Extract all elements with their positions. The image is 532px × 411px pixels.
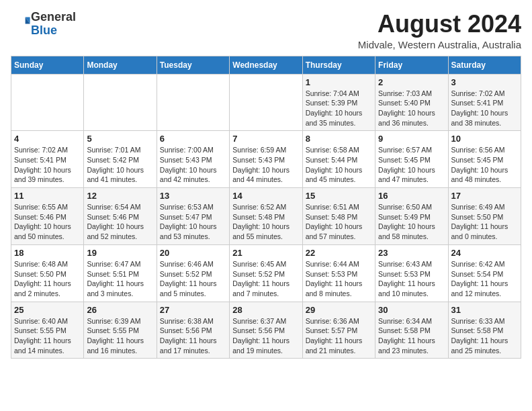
day-number: 9 — [378, 134, 445, 144]
day-number: 8 — [306, 134, 372, 144]
calendar-cell — [11, 74, 84, 131]
day-info: Sunrise: 6:33 AM Sunset: 5:58 PM Dayligh… — [451, 316, 518, 356]
day-info: Sunrise: 6:36 AM Sunset: 5:57 PM Dayligh… — [306, 316, 372, 356]
page-header: General Blue August 2024 Midvale, Wester… — [11, 11, 521, 50]
calendar-cell — [84, 74, 157, 131]
day-info: Sunrise: 6:42 AM Sunset: 5:54 PM Dayligh… — [451, 259, 518, 299]
day-info: Sunrise: 6:58 AM Sunset: 5:44 PM Dayligh… — [306, 145, 372, 185]
day-number: 1 — [306, 77, 372, 87]
day-info: Sunrise: 6:38 AM Sunset: 5:56 PM Dayligh… — [160, 316, 226, 356]
day-info: Sunrise: 6:51 AM Sunset: 5:48 PM Dayligh… — [306, 202, 372, 242]
calendar-cell: 20Sunrise: 6:46 AM Sunset: 5:52 PM Dayli… — [157, 244, 229, 302]
calendar-week-row: 25Sunrise: 6:40 AM Sunset: 5:55 PM Dayli… — [11, 302, 521, 359]
day-number: 5 — [87, 134, 153, 144]
calendar-cell: 2Sunrise: 7:03 AM Sunset: 5:40 PM Daylig… — [375, 74, 448, 131]
calendar-cell: 7Sunrise: 6:59 AM Sunset: 5:43 PM Daylig… — [230, 131, 302, 188]
calendar-week-row: 18Sunrise: 6:48 AM Sunset: 5:50 PM Dayli… — [11, 244, 521, 302]
day-info: Sunrise: 6:57 AM Sunset: 5:45 PM Dayligh… — [378, 145, 445, 185]
calendar-cell: 1Sunrise: 7:04 AM Sunset: 5:39 PM Daylig… — [302, 74, 375, 131]
day-number: 27 — [160, 305, 226, 315]
calendar-header-row: SundayMondayTuesdayWednesdayThursdayFrid… — [11, 56, 521, 74]
calendar-weekday-friday: Friday — [375, 56, 448, 74]
calendar-cell: 5Sunrise: 7:01 AM Sunset: 5:42 PM Daylig… — [84, 131, 157, 188]
calendar-cell: 4Sunrise: 7:02 AM Sunset: 5:41 PM Daylig… — [11, 131, 84, 188]
calendar-cell: 12Sunrise: 6:54 AM Sunset: 5:46 PM Dayli… — [84, 188, 157, 245]
calendar-week-row: 4Sunrise: 7:02 AM Sunset: 5:41 PM Daylig… — [11, 131, 521, 188]
calendar-cell: 17Sunrise: 6:49 AM Sunset: 5:50 PM Dayli… — [448, 188, 521, 245]
day-number: 25 — [14, 305, 81, 315]
day-info: Sunrise: 6:59 AM Sunset: 5:43 PM Dayligh… — [232, 145, 299, 185]
calendar-cell: 6Sunrise: 7:00 AM Sunset: 5:43 PM Daylig… — [157, 131, 229, 188]
calendar-cell: 13Sunrise: 6:53 AM Sunset: 5:47 PM Dayli… — [157, 188, 229, 245]
calendar-cell: 27Sunrise: 6:38 AM Sunset: 5:56 PM Dayli… — [157, 302, 229, 359]
calendar-cell: 3Sunrise: 7:02 AM Sunset: 5:41 PM Daylig… — [448, 74, 521, 131]
day-info: Sunrise: 6:56 AM Sunset: 5:45 PM Dayligh… — [451, 145, 518, 185]
day-number: 14 — [232, 191, 299, 201]
day-info: Sunrise: 6:39 AM Sunset: 5:55 PM Dayligh… — [87, 316, 153, 356]
day-number: 16 — [378, 191, 445, 201]
calendar-cell: 9Sunrise: 6:57 AM Sunset: 5:45 PM Daylig… — [375, 131, 448, 188]
day-info: Sunrise: 6:55 AM Sunset: 5:46 PM Dayligh… — [14, 202, 81, 242]
calendar-cell: 22Sunrise: 6:44 AM Sunset: 5:53 PM Dayli… — [302, 244, 375, 302]
calendar-cell: 28Sunrise: 6:37 AM Sunset: 5:56 PM Dayli… — [230, 302, 302, 359]
day-info: Sunrise: 7:02 AM Sunset: 5:41 PM Dayligh… — [14, 145, 81, 185]
calendar-cell: 10Sunrise: 6:56 AM Sunset: 5:45 PM Dayli… — [448, 131, 521, 188]
location-subtitle: Midvale, Western Australia, Australia — [358, 39, 521, 50]
calendar-cell: 14Sunrise: 6:52 AM Sunset: 5:48 PM Dayli… — [230, 188, 302, 245]
day-number: 21 — [232, 248, 299, 258]
calendar-cell: 29Sunrise: 6:36 AM Sunset: 5:57 PM Dayli… — [302, 302, 375, 359]
calendar-weekday-monday: Monday — [84, 56, 157, 74]
day-info: Sunrise: 6:43 AM Sunset: 5:53 PM Dayligh… — [378, 259, 445, 299]
calendar-weekday-thursday: Thursday — [302, 56, 375, 74]
day-number: 13 — [160, 191, 226, 201]
calendar-cell: 30Sunrise: 6:34 AM Sunset: 5:58 PM Dayli… — [375, 302, 448, 359]
day-info: Sunrise: 6:45 AM Sunset: 5:52 PM Dayligh… — [232, 259, 299, 299]
calendar-weekday-wednesday: Wednesday — [230, 56, 302, 74]
day-info: Sunrise: 7:03 AM Sunset: 5:40 PM Dayligh… — [378, 89, 445, 128]
calendar-cell: 23Sunrise: 6:43 AM Sunset: 5:53 PM Dayli… — [375, 244, 448, 302]
day-info: Sunrise: 6:49 AM Sunset: 5:50 PM Dayligh… — [451, 202, 518, 242]
calendar-weekday-sunday: Sunday — [11, 56, 84, 74]
day-number: 30 — [378, 305, 445, 315]
day-number: 19 — [87, 248, 153, 258]
day-number: 20 — [160, 248, 226, 258]
day-number: 26 — [87, 305, 153, 315]
day-number: 11 — [14, 191, 81, 201]
calendar-weekday-saturday: Saturday — [448, 56, 521, 74]
day-number: 31 — [451, 305, 518, 315]
logo-general-text: General — [31, 10, 76, 24]
logo: General Blue — [11, 11, 76, 38]
calendar-week-row: 1Sunrise: 7:04 AM Sunset: 5:39 PM Daylig… — [11, 74, 521, 131]
day-number: 15 — [306, 191, 372, 201]
day-number: 22 — [306, 248, 372, 258]
day-info: Sunrise: 6:44 AM Sunset: 5:53 PM Dayligh… — [306, 259, 372, 299]
day-number: 24 — [451, 248, 518, 258]
calendar-cell — [230, 74, 302, 131]
day-info: Sunrise: 6:54 AM Sunset: 5:46 PM Dayligh… — [87, 202, 153, 242]
calendar-cell: 26Sunrise: 6:39 AM Sunset: 5:55 PM Dayli… — [84, 302, 157, 359]
day-info: Sunrise: 7:02 AM Sunset: 5:41 PM Dayligh… — [451, 89, 518, 128]
calendar-cell: 25Sunrise: 6:40 AM Sunset: 5:55 PM Dayli… — [11, 302, 84, 359]
day-info: Sunrise: 6:53 AM Sunset: 5:47 PM Dayligh… — [160, 202, 226, 242]
month-year-title: August 2024 — [358, 11, 521, 38]
day-number: 12 — [87, 191, 153, 201]
day-number: 4 — [14, 134, 81, 144]
calendar-cell: 18Sunrise: 6:48 AM Sunset: 5:50 PM Dayli… — [11, 244, 84, 302]
day-info: Sunrise: 6:47 AM Sunset: 5:51 PM Dayligh… — [87, 259, 153, 299]
calendar-cell: 19Sunrise: 6:47 AM Sunset: 5:51 PM Dayli… — [84, 244, 157, 302]
day-info: Sunrise: 7:00 AM Sunset: 5:43 PM Dayligh… — [160, 145, 226, 185]
day-number: 2 — [378, 77, 445, 87]
calendar-cell: 15Sunrise: 6:51 AM Sunset: 5:48 PM Dayli… — [302, 188, 375, 245]
day-number: 23 — [378, 248, 445, 258]
day-number: 28 — [232, 305, 299, 315]
calendar-cell — [157, 74, 229, 131]
day-number: 3 — [451, 77, 518, 87]
day-number: 17 — [451, 191, 518, 201]
calendar-weekday-tuesday: Tuesday — [157, 56, 229, 74]
day-info: Sunrise: 6:52 AM Sunset: 5:48 PM Dayligh… — [232, 202, 299, 242]
calendar-cell: 8Sunrise: 6:58 AM Sunset: 5:44 PM Daylig… — [302, 131, 375, 188]
day-info: Sunrise: 7:04 AM Sunset: 5:39 PM Dayligh… — [306, 89, 372, 128]
calendar-cell: 11Sunrise: 6:55 AM Sunset: 5:46 PM Dayli… — [11, 188, 84, 245]
calendar-week-row: 11Sunrise: 6:55 AM Sunset: 5:46 PM Dayli… — [11, 188, 521, 245]
day-info: Sunrise: 6:40 AM Sunset: 5:55 PM Dayligh… — [14, 316, 81, 356]
